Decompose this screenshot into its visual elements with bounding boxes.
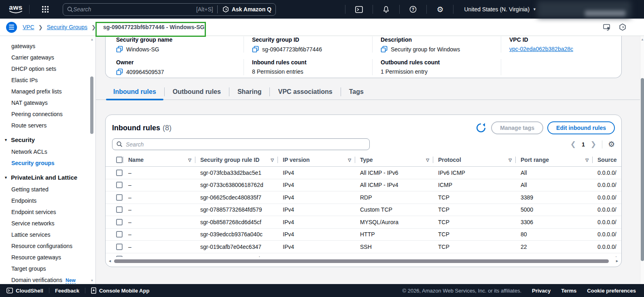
copy-icon[interactable] xyxy=(381,46,388,53)
filter-icon[interactable]: ▽ xyxy=(585,158,589,162)
sidebar-scrollbar[interactable]: ▲ ▼ xyxy=(90,38,94,282)
row-checkbox[interactable] xyxy=(116,206,123,213)
row-checkbox[interactable] xyxy=(116,219,123,225)
row-checkbox[interactable] xyxy=(116,170,123,176)
tab-sharing[interactable]: Sharing xyxy=(229,88,270,100)
sidebar-item-resource-configurations[interactable]: Resource configurations xyxy=(11,241,95,252)
scroll-up-icon[interactable]: ▲ xyxy=(640,38,644,41)
amazon-q-icon[interactable] xyxy=(619,23,626,31)
select-all-checkbox[interactable] xyxy=(116,157,123,163)
cloudshell-button[interactable]: CloudShell xyxy=(6,288,43,294)
cloudshell-terminal-icon[interactable] xyxy=(350,0,369,19)
sidebar-item-getting-started[interactable]: Getting started xyxy=(11,184,95,195)
row-checkbox[interactable] xyxy=(116,244,123,250)
nav-divider xyxy=(426,5,427,14)
manage-tags-button[interactable]: Manage tags xyxy=(491,121,543,134)
tab-tags[interactable]: Tags xyxy=(341,88,372,100)
column-header-rule-id[interactable]: Security group rule ID xyxy=(200,157,259,163)
filter-icon[interactable]: ▽ xyxy=(188,158,191,162)
column-header-port-range[interactable]: Port range xyxy=(521,157,549,163)
scroll-right-icon[interactable]: ► xyxy=(615,259,619,263)
filter-icon[interactable]: ▽ xyxy=(508,158,512,162)
row-checkbox[interactable] xyxy=(116,182,123,188)
aws-logo[interactable]: aws xyxy=(6,5,25,14)
help-icon[interactable]: ? xyxy=(404,0,422,19)
cell-type: RDP xyxy=(355,194,433,201)
previous-page-icon[interactable]: ❮ xyxy=(570,141,576,148)
column-header-protocol[interactable]: Protocol xyxy=(438,157,461,163)
rules-search-bar[interactable] xyxy=(112,138,370,150)
cell-protocol: TCP xyxy=(433,244,516,250)
table-preferences-gear-icon[interactable]: ⚙ xyxy=(608,140,615,148)
sidebar-item-nat-gateways[interactable]: NAT gateways xyxy=(11,98,95,109)
rules-search-input[interactable] xyxy=(126,141,365,148)
region-selector[interactable]: United States (N. Virginia) ▼ xyxy=(458,6,543,13)
settings-gear-icon[interactable]: ⚙ xyxy=(431,0,449,19)
row-checkbox[interactable] xyxy=(116,194,123,201)
column-header-source[interactable]: Source xyxy=(597,157,616,163)
refresh-icon[interactable] xyxy=(475,122,487,134)
column-header-name[interactable]: Name xyxy=(128,157,144,163)
sidebar-item-route-servers[interactable]: Route servers xyxy=(11,120,95,132)
sidebar-item-endpoints[interactable]: Endpoints xyxy=(11,195,95,207)
copy-icon[interactable] xyxy=(116,46,123,53)
tab-vpc-associations[interactable]: VPC associations xyxy=(270,88,340,100)
breadcrumb-security-groups-link[interactable]: Security Groups xyxy=(47,24,87,30)
console-mobile-app-button[interactable]: Console Mobile App xyxy=(91,287,149,294)
sidebar-scroll-thumb[interactable] xyxy=(90,76,93,134)
footer-divider xyxy=(85,288,85,293)
cookie-preferences-link[interactable]: Cookie preferences xyxy=(587,288,636,294)
global-search-input[interactable] xyxy=(73,6,196,13)
remote-session-icon[interactable] xyxy=(603,24,611,31)
sidebar-item-lattice-services[interactable]: Lattice services xyxy=(11,229,95,241)
sidebar-item-domain-verifications[interactable]: Domain verificationsNew xyxy=(11,275,95,284)
row-checkbox[interactable] xyxy=(116,256,123,257)
page-scrollbar[interactable]: ▲ xyxy=(640,36,644,284)
breadcrumb-vpc-link[interactable]: VPC xyxy=(23,24,34,30)
sidebar-item-elastic-ips[interactable]: Elastic IPs xyxy=(11,75,95,86)
sidebar-section-privatelink-lattice[interactable]: ▼PrivateLink and Lattice xyxy=(4,169,95,184)
column-header-type[interactable]: Type xyxy=(360,157,373,163)
cell-type: HTTP xyxy=(355,231,433,238)
copy-icon[interactable] xyxy=(252,46,259,53)
edit-inbound-rules-button[interactable]: Edit inbound rules xyxy=(547,121,615,134)
sidebar-menu-icon[interactable] xyxy=(6,22,17,33)
sidebar-item-service-networks[interactable]: Service networks xyxy=(11,218,95,229)
sidebar-item-managed-prefix-lists[interactable]: Managed prefix lists xyxy=(11,86,95,98)
sidebar-item-resource-gateways[interactable]: Resource gateways xyxy=(11,252,95,263)
table-horizontal-scrollbar[interactable]: ◄ ► xyxy=(108,258,619,264)
notifications-bell-icon[interactable] xyxy=(377,0,395,19)
sidebar-item-gateways[interactable]: gateways xyxy=(11,41,95,52)
filter-icon[interactable]: ▽ xyxy=(426,158,429,162)
field-vpc-id: VPC ID vpc-02eda062b382ba28c xyxy=(501,36,621,53)
apps-grid-icon[interactable] xyxy=(36,0,55,19)
sidebar-item-dhcp-option-sets[interactable]: DHCP option sets xyxy=(11,64,95,75)
sidebar-item-endpoint-services[interactable]: Endpoint services xyxy=(11,207,95,218)
global-search-bar[interactable]: [Alt+S] Ask Amazon Q xyxy=(63,3,276,16)
cell-name: – xyxy=(123,182,195,188)
vpc-id-link[interactable]: vpc-02eda062b382ba28c xyxy=(509,46,573,52)
filter-icon[interactable]: ▽ xyxy=(348,158,351,162)
sidebar-item-carrier-gateways[interactable]: Carrier gateways xyxy=(11,52,95,64)
row-checkbox[interactable] xyxy=(116,231,123,238)
sidebar-item-security-groups[interactable]: Security groups xyxy=(11,158,95,169)
filter-icon[interactable]: ▽ xyxy=(271,158,274,162)
scroll-up-icon[interactable]: ▲ xyxy=(90,38,94,41)
sidebar-item-target-groups[interactable]: Target groups xyxy=(11,263,95,275)
sidebar-item-network-acls[interactable]: Network ACLs xyxy=(11,146,95,158)
tab-inbound-rules[interactable]: Inbound rules xyxy=(105,88,164,100)
scroll-down-icon[interactable]: ▼ xyxy=(90,279,94,282)
horizontal-scroll-thumb[interactable] xyxy=(114,259,609,263)
privacy-link[interactable]: Privacy xyxy=(532,288,551,294)
feedback-button[interactable]: Feedback xyxy=(55,288,79,294)
sidebar-section-security[interactable]: ▼Security xyxy=(4,132,95,146)
tab-outbound-rules[interactable]: Outbound rules xyxy=(165,88,229,100)
column-header-ip-version[interactable]: IP version xyxy=(283,157,310,163)
sidebar-item-peering-connections[interactable]: Peering connections xyxy=(11,109,95,120)
copy-icon[interactable] xyxy=(116,68,123,75)
terms-link[interactable]: Terms xyxy=(561,288,576,294)
ask-amazon-q-button[interactable]: Ask Amazon Q xyxy=(217,5,271,13)
scroll-left-icon[interactable]: ◄ xyxy=(108,259,112,263)
page-scroll-thumb[interactable] xyxy=(641,78,644,261)
next-page-icon[interactable]: ❯ xyxy=(591,141,596,148)
